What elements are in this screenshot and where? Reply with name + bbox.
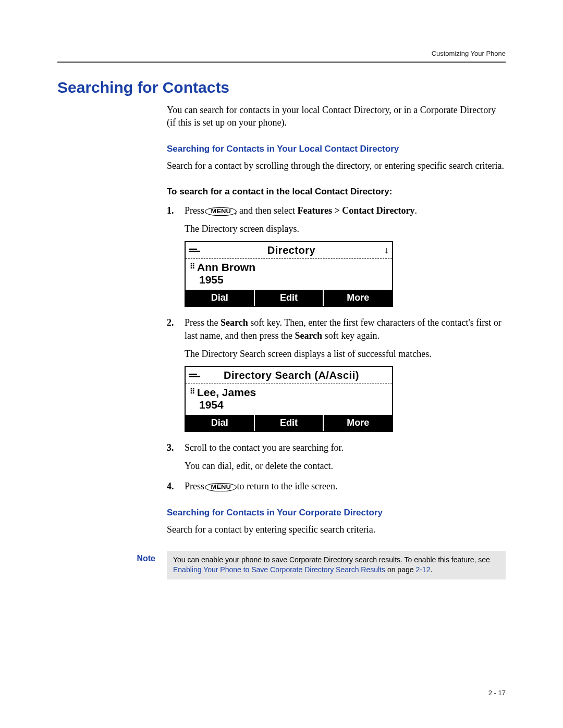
- step4-pre: Press: [185, 481, 207, 491]
- phone-screen-directory: Directory ↓ ⠿Ann Brown 1955 Dial Edit Mo…: [185, 241, 393, 306]
- main-content: You can search for contacts in your loca…: [167, 104, 506, 536]
- step-1: Press MENU, and then select Features > C…: [167, 204, 506, 307]
- lcd1-contact-number: 1955: [190, 274, 388, 286]
- step3-b: You can dial, edit, or delete the contac…: [185, 460, 506, 473]
- lcd1-softkeys: Dial Edit More: [186, 290, 392, 306]
- step-list: Press MENU, and then select Features > C…: [167, 204, 506, 493]
- header-rule: [57, 61, 506, 63]
- note-body: You can enable your phone to save Corpor…: [167, 551, 506, 579]
- step-4: Press MENU to return to the idle screen.: [167, 480, 506, 493]
- list-marker-icon: ⠿: [190, 263, 197, 270]
- note-text1: You can enable your phone to save Corpor…: [173, 556, 490, 564]
- lcd2-contact-name: Lee, James: [197, 386, 256, 399]
- step2-pre: Press the: [185, 317, 221, 328]
- softkey-dial: Dial: [186, 290, 255, 306]
- section-body-local: Search for a contact by scrolling throug…: [167, 159, 506, 172]
- softkey-dial: Dial: [186, 415, 255, 431]
- menu-key-icon: MENU: [204, 207, 237, 216]
- page-title: Searching for Contacts: [57, 79, 506, 96]
- step1-text-pre: Press: [185, 205, 207, 216]
- softkey-edit: Edit: [255, 415, 324, 431]
- page-number: 2 - 17: [488, 689, 506, 697]
- step2-result: The Directory Search screen displays a l…: [185, 348, 506, 361]
- lcd2-contact-number: 1954: [190, 399, 388, 411]
- section-heading-local: Searching for Contacts in Your Local Con…: [167, 144, 506, 154]
- note-link[interactable]: Enabling Your Phone to Save Corporate Di…: [173, 565, 385, 574]
- step1-end: .: [414, 205, 417, 216]
- procedure-heading: To search for a contact in the local Con…: [167, 187, 506, 197]
- lcd1-title: Directory: [204, 243, 378, 257]
- phone-icon: [189, 374, 204, 377]
- step-2: Press the Search soft key. Then, enter t…: [167, 316, 506, 432]
- step2-post: soft key again.: [322, 330, 380, 341]
- step1-path: Features > Contact Directory: [297, 205, 414, 216]
- lcd2-softkeys: Dial Edit More: [186, 415, 392, 431]
- step-3: Scroll to the contact you are searching …: [167, 441, 506, 473]
- step2-b2: Search: [295, 330, 322, 341]
- softkey-edit: Edit: [255, 290, 324, 306]
- step1-text-post: , and then select: [235, 205, 297, 216]
- step2-b1: Search: [221, 317, 248, 328]
- step1-result: The Directory screen displays.: [185, 223, 506, 236]
- note-block: Note You can enable your phone to save C…: [115, 551, 506, 579]
- phone-icon: [189, 249, 204, 252]
- lcd1-contact-name: Ann Brown: [197, 261, 255, 274]
- menu-key-icon: MENU: [204, 483, 237, 491]
- list-marker-icon: ⠿: [190, 388, 197, 395]
- section-heading-corporate: Searching for Contacts in Your Corporate…: [167, 508, 506, 518]
- note-text3: .: [430, 565, 432, 574]
- running-header: Customizing Your Phone: [57, 50, 506, 57]
- note-text2: on page: [385, 565, 415, 574]
- down-arrow-icon: ↓: [378, 244, 389, 257]
- phone-screen-search: Directory Search (A/Ascii) ⠿Lee, James 1…: [185, 366, 393, 431]
- softkey-more: More: [324, 290, 392, 306]
- lcd2-title: Directory Search (A/Ascii): [204, 368, 378, 382]
- softkey-more: More: [324, 415, 392, 431]
- note-label: Note: [115, 551, 167, 579]
- section-body-corporate: Search for a contact by entering specifi…: [167, 523, 506, 536]
- intro-paragraph: You can search for contacts in your loca…: [167, 104, 506, 129]
- note-pageref[interactable]: 2-12: [415, 565, 430, 574]
- step3-a: Scroll to the contact you are searching …: [185, 441, 506, 454]
- step4-post: to return to the idle screen.: [235, 481, 337, 491]
